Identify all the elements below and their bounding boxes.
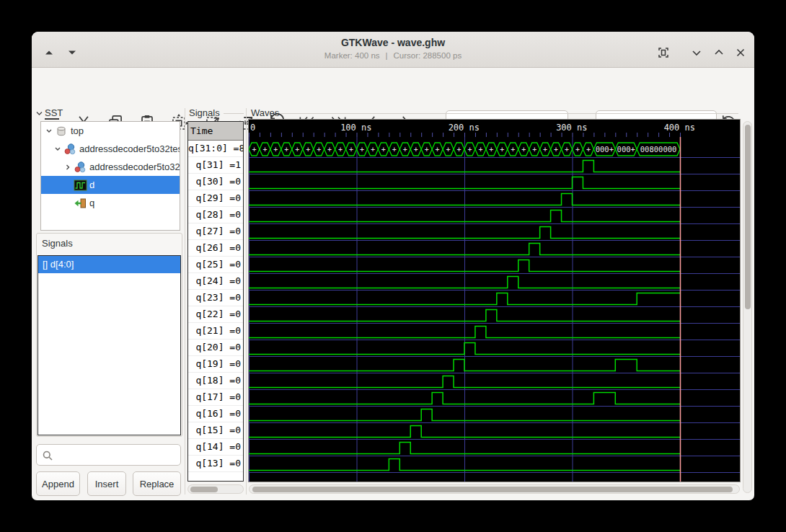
- bus-value-label: +: [489, 146, 493, 154]
- marker-status: Marker: 400 ns: [322, 51, 383, 60]
- pane-divider[interactable]: [246, 108, 247, 495]
- expander-closed-icon[interactable]: [63, 164, 73, 171]
- waves-hscrollbar[interactable]: [249, 484, 740, 494]
- fullscreen-button[interactable]: [655, 44, 672, 61]
- tree-item-q[interactable]: q: [41, 194, 180, 212]
- signal-row[interactable]: q[23] =0: [188, 290, 243, 306]
- names-hscrollbar-thumb[interactable]: [190, 487, 218, 492]
- bus-value-label: +: [349, 146, 353, 154]
- search-input[interactable]: [57, 445, 179, 466]
- waves-pane-label: Waves: [251, 107, 279, 119]
- maximize-button[interactable]: [710, 44, 728, 61]
- signal-row[interactable]: q[22] =0: [188, 306, 243, 323]
- time-header[interactable]: Time: [188, 122, 243, 141]
- signal-row[interactable]: q[21] =0: [188, 323, 243, 340]
- waveform-svg: 0100 ns200 ns300 ns400 ns+++++++++++++++…: [249, 120, 740, 482]
- bus-value-label: +: [575, 146, 580, 154]
- pane-divider[interactable]: [185, 108, 185, 495]
- signal-row[interactable]: q[17] =0: [188, 389, 243, 406]
- signal-row[interactable]: q[29] =0: [188, 190, 243, 207]
- gtkwave-window: GTKWave - wave.ghw Marker: 400 ns|Cursor…: [32, 32, 754, 500]
- toolbar: From: To:: [32, 68, 754, 107]
- replace-button[interactable]: Replace: [133, 471, 181, 496]
- subtitle-divider: |: [383, 51, 391, 60]
- bus-value-label: +: [371, 146, 375, 154]
- signal-row[interactable]: q[28] =0: [188, 207, 243, 223]
- bus-value-label: +: [467, 146, 472, 154]
- expander-open-icon[interactable]: [53, 146, 63, 153]
- insert-button[interactable]: Insert: [87, 471, 126, 496]
- entity-icon: [73, 161, 87, 174]
- bus-value-label: +: [317, 146, 321, 154]
- signal-names-box: Time q[31:0] =8q[31] =1q[30] =0q[29] =0q…: [187, 121, 244, 482]
- tree-item-d[interactable]: d: [41, 176, 180, 194]
- signal-search: [36, 444, 181, 466]
- signal-row[interactable]: q[16] =0: [188, 406, 243, 422]
- bus-value-label: +: [262, 146, 267, 154]
- tree-item-testbench[interactable]: addressdecoder5to32tes: [41, 140, 180, 158]
- wave-signal-icon: [73, 179, 87, 191]
- selected-signals-list: [] d[4:0]: [37, 255, 181, 435]
- timescale-label: 300 ns: [556, 123, 587, 133]
- module-icon: [54, 125, 69, 137]
- bus-value-label: +: [500, 146, 504, 154]
- sst-pane-label: SST: [45, 107, 63, 119]
- close-icon: [732, 44, 749, 61]
- bus-value-label: +: [565, 146, 569, 154]
- unmaximize-button[interactable]: [688, 44, 705, 61]
- close-button[interactable]: [732, 44, 749, 61]
- waves-hscrollbar-thumb[interactable]: [252, 487, 733, 492]
- bus-value-label: 00800000: [640, 145, 677, 154]
- bus-value-label: +: [521, 146, 526, 154]
- list-item-d[interactable]: [] d[4:0]: [38, 256, 180, 273]
- signal-row[interactable]: q[13] =0: [188, 456, 243, 472]
- wave-canvas[interactable]: 0100 ns200 ns300 ns400 ns+++++++++++++++…: [248, 119, 741, 482]
- signal-row[interactable]: q[27] =0: [188, 223, 243, 240]
- frame-line: [224, 113, 244, 114]
- signal-row[interactable]: q[18] =0: [188, 373, 243, 389]
- bus-value-label: +: [425, 146, 429, 154]
- bus-value-label: +: [252, 146, 256, 154]
- signals-frame-label: Signals: [42, 238, 73, 249]
- signal-row[interactable]: q[26] =0: [188, 240, 243, 257]
- bus-value-label: +: [338, 146, 343, 154]
- bus-value-label: 000+: [617, 145, 635, 154]
- signal-row[interactable]: q[25] =0: [188, 257, 243, 273]
- sst-expander-icon[interactable]: [35, 110, 43, 118]
- timescale-label: 100 ns: [340, 123, 371, 133]
- signal-row[interactable]: q[30] =0: [188, 174, 243, 190]
- entity-icon: [63, 143, 77, 156]
- titlebar: GTKWave - wave.ghw Marker: 400 ns|Cursor…: [32, 32, 754, 68]
- bus-value-label: +: [457, 146, 462, 154]
- sst-tree: top addressdecoder5to32tes addressdecode…: [40, 121, 180, 231]
- bus-value-label: +: [295, 146, 299, 154]
- names-hscrollbar[interactable]: [187, 484, 244, 494]
- signal-row[interactable]: q[24] =0: [188, 273, 243, 290]
- signal-row[interactable]: q[14] =0: [188, 439, 243, 456]
- bus-value-label: 000+: [596, 145, 614, 154]
- append-button[interactable]: Append: [36, 471, 80, 496]
- tree-item-label: q: [87, 194, 94, 212]
- bus-value-label: +: [381, 146, 386, 154]
- tree-item-top[interactable]: top: [41, 122, 180, 140]
- expander-open-icon[interactable]: [44, 128, 54, 135]
- waves-vscrollbar[interactable]: [743, 121, 752, 493]
- signal-row[interactable]: q[19] =0: [188, 356, 243, 373]
- bus-value-label: +: [306, 146, 310, 154]
- signal-row[interactable]: q[31] =1: [188, 157, 243, 174]
- signal-row[interactable]: q[15] =0: [188, 422, 243, 439]
- bus-value-label: +: [446, 146, 451, 154]
- cursor-status: Cursor: 288500 ps: [391, 51, 465, 60]
- tree-item-decoder[interactable]: addressdecoder5to32: [41, 158, 180, 176]
- window-subtitle: Marker: 400 ns|Cursor: 288500 ps: [32, 51, 754, 60]
- waves-vscrollbar-thumb[interactable]: [745, 125, 751, 309]
- signal-row[interactable]: q[31:0] =8: [188, 141, 243, 157]
- bus-value-label: +: [554, 146, 558, 154]
- bus-value-label: +: [327, 146, 332, 154]
- output-port-icon: [73, 198, 87, 209]
- bus-value-label: +: [532, 146, 536, 154]
- tree-item-label: addressdecoder5to32tes: [77, 140, 180, 158]
- bus-value-label: +: [284, 146, 288, 154]
- timescale-label: 0: [250, 123, 255, 133]
- signal-row[interactable]: q[20] =0: [188, 340, 243, 356]
